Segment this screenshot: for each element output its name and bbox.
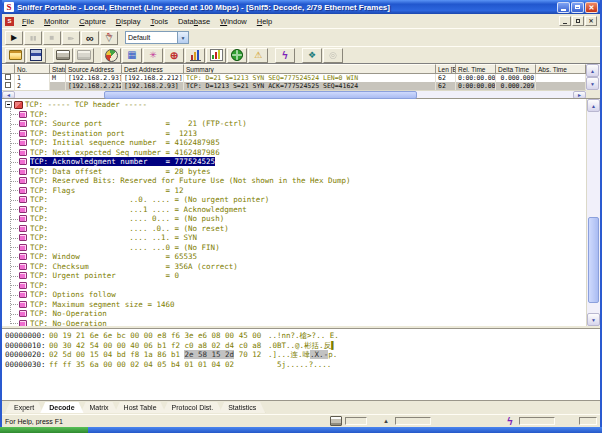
close-button[interactable]: ✕: [585, 2, 598, 13]
tab-expert[interactable]: Expert: [5, 402, 43, 413]
tab-statistics[interactable]: Statistics: [219, 402, 265, 413]
decode-field-row[interactable]: TCP: Source port = 21 (FTP-ctrl): [2, 119, 586, 129]
pause-capture-button[interactable]: [24, 31, 42, 45]
tab-protocol-dist[interactable]: Protocol Dist.: [163, 402, 223, 413]
gauge-icon: [104, 49, 118, 61]
open-button[interactable]: [5, 48, 25, 63]
capture-panel-button[interactable]: [323, 48, 343, 63]
column-header[interactable]: Delta Time: [496, 64, 536, 74]
decode-field-row[interactable]: TCP: Urgent pointer = 0: [2, 271, 586, 281]
decode-field-row[interactable]: TCP: Reserved Bits: Reserved for Future …: [2, 176, 586, 186]
dashboard-button[interactable]: [101, 48, 121, 63]
mdi-restore-button[interactable]: [572, 16, 584, 26]
hex-row[interactable]: 00000020:02 5d 00 15 04 bd f8 1a 86 b1 2…: [5, 350, 600, 360]
host-table-button[interactable]: [122, 48, 142, 63]
help-topics-button[interactable]: [302, 48, 322, 63]
frame-checkbox[interactable]: [5, 74, 11, 80]
stop-and-display-button[interactable]: [62, 31, 80, 45]
global-statistics-button[interactable]: [227, 48, 247, 63]
decode-field-row[interactable]: TCP: Flags = 12: [2, 186, 586, 196]
column-header[interactable]: Dest Address: [122, 64, 184, 74]
menu-display[interactable]: Display: [111, 16, 146, 27]
frame-checkbox[interactable]: [5, 82, 11, 88]
document-icon[interactable]: S: [5, 17, 14, 26]
scroll-up-icon[interactable]: ▲: [586, 64, 599, 77]
define-filter-button[interactable]: [100, 31, 118, 45]
decode-field-row[interactable]: TCP: Destination port = 1213: [2, 129, 586, 139]
decode-field-row[interactable]: TCP: Data offset = 28 bytes: [2, 167, 586, 177]
decode-field-row[interactable]: TCP: .... 0... = (No push): [2, 214, 586, 224]
matrix-button[interactable]: [143, 48, 163, 63]
scroll-down-icon[interactable]: ▼: [586, 77, 599, 90]
column-header[interactable]: [2, 64, 15, 74]
menu-help[interactable]: Help: [252, 16, 277, 27]
decode-field-row[interactable]: TCP: Checksum = 356A (correct): [2, 262, 586, 272]
hex-row[interactable]: 00000010:00 30 42 54 00 00 40 06 b1 f2 c…: [5, 341, 600, 351]
mdi-minimize-button[interactable]: [559, 16, 571, 26]
frame-row[interactable]: 1 M [192.168.2.93] [192.168.2.212] TCP: …: [2, 74, 586, 82]
column-header[interactable]: Status: [50, 64, 66, 74]
tab-host-table[interactable]: Host Table: [115, 402, 166, 413]
decode-field-row[interactable]: TCP: ...1 .... = Acknowledgment: [2, 205, 586, 215]
start-button-sliver[interactable]: [0, 427, 88, 433]
table-horizontal-scrollbar[interactable]: ◄ ►: [2, 90, 586, 99]
decode-field-row[interactable]: TCP: .... ...0 = (No FIN): [2, 243, 586, 253]
app-response-time-button[interactable]: [164, 48, 184, 63]
hex-row[interactable]: 00000030:ff ff 35 6a 00 00 02 04 05 b4 0…: [5, 360, 600, 370]
menu-window[interactable]: Window: [215, 16, 252, 27]
minimize-button[interactable]: [557, 2, 570, 13]
decode-field-row[interactable]: TCP: Window = 65535: [2, 252, 586, 262]
menu-file[interactable]: File: [17, 16, 39, 27]
protocol-distribution-button[interactable]: [206, 48, 226, 63]
decode-scrollbar[interactable]: ▲ ▼: [586, 99, 600, 326]
stop-capture-button[interactable]: [43, 31, 61, 45]
history-samples-button[interactable]: [185, 48, 205, 63]
decode-field-row[interactable]: TCP: Next expected Seq number = 41624879…: [2, 148, 586, 158]
profile-dropdown-button[interactable]: ▼: [177, 32, 188, 43]
mdi-close-button[interactable]: ✕: [585, 16, 597, 26]
start-capture-button[interactable]: [5, 31, 23, 45]
app-icon[interactable]: S: [4, 2, 14, 12]
alarm-log-button[interactable]: [248, 48, 268, 63]
field-text: TCP: Initial sequence number = 416248798…: [30, 138, 220, 147]
table-vertical-scrollbar[interactable]: ▲ ▼: [586, 64, 600, 90]
decode-field-row[interactable]: TCP: Acknowledgment number = 777524525: [2, 157, 586, 167]
print-button[interactable]: [53, 48, 73, 63]
decode-field-row[interactable]: TCP: Maximum segment size = 1460: [2, 300, 586, 310]
tab-matrix[interactable]: Matrix: [81, 402, 118, 413]
hscroll-thumb[interactable]: [104, 91, 416, 99]
filter-wizard-button[interactable]: [275, 48, 295, 63]
decode-field-row[interactable]: TCP:: [2, 281, 586, 291]
scroll-up-icon[interactable]: ▲: [587, 99, 600, 112]
restore-button[interactable]: [571, 2, 584, 13]
decode-field-row[interactable]: TCP: ..0. .... = (No urgent pointer): [2, 195, 586, 205]
decode-field-row[interactable]: TCP: .... .0.. = (No reset): [2, 224, 586, 234]
scroll-down-icon[interactable]: ▼: [587, 313, 600, 326]
decode-field-row[interactable]: TCP: .... ..1. = SYN: [2, 233, 586, 243]
decode-scroll-thumb[interactable]: [588, 217, 599, 303]
decode-field-row[interactable]: TCP: No-Operation: [2, 309, 586, 319]
decode-field-row[interactable]: TCP: No-Operation: [2, 319, 586, 327]
decode-field-row[interactable]: TCP: Initial sequence number = 416248798…: [2, 138, 586, 148]
decode-field-row[interactable]: TCP:: [2, 110, 586, 120]
find-frame-button[interactable]: [81, 31, 99, 45]
protocol-header-row[interactable]: TCP: ----- TCP header -----: [2, 100, 586, 110]
taskbar-strip[interactable]: [88, 427, 602, 433]
column-header[interactable]: Abs. Time: [536, 64, 586, 74]
column-header[interactable]: No.: [15, 64, 50, 74]
frame-row[interactable]: 2 [192.168.2.212] [192.168.2.93] TCP: D=…: [2, 82, 586, 90]
decode-field-row[interactable]: TCP: Options follow: [2, 290, 586, 300]
column-header[interactable]: Source Address: [66, 64, 122, 74]
profile-combobox[interactable]: Default ▼: [125, 31, 189, 44]
print-preview-button[interactable]: [74, 48, 94, 63]
menu-tools[interactable]: Tools: [145, 16, 173, 27]
column-header[interactable]: Summary: [184, 64, 436, 74]
hex-row[interactable]: 00000000:00 19 21 6e 6e bc 00 00 e8 f6 3…: [5, 331, 600, 341]
column-header[interactable]: Len [B]: [436, 64, 456, 74]
menu-monitor[interactable]: Monitor: [39, 16, 74, 27]
column-header[interactable]: Rel. Time: [456, 64, 496, 74]
save-button[interactable]: [26, 48, 46, 63]
tab-decode[interactable]: Decode: [40, 402, 83, 413]
menu-database[interactable]: Database: [173, 16, 215, 27]
menu-capture[interactable]: Capture: [74, 16, 111, 27]
